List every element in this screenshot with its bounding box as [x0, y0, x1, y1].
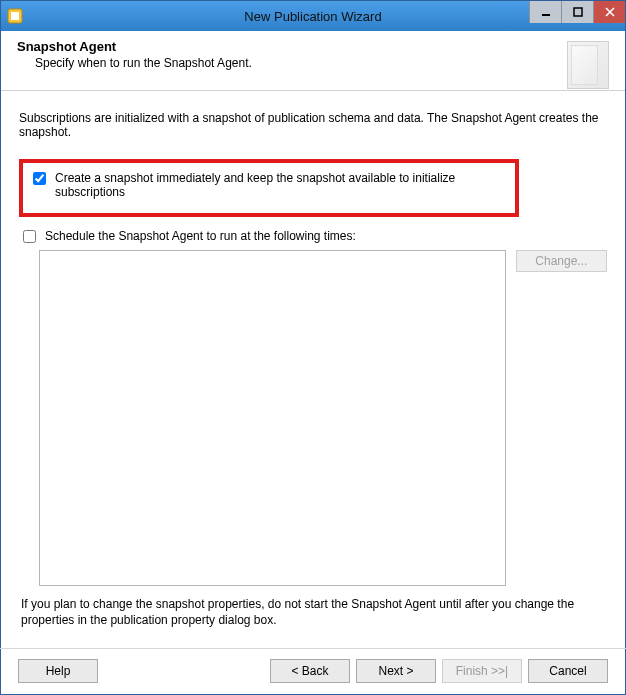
- window-controls: [529, 1, 625, 23]
- schedule-list: [39, 250, 506, 586]
- intro-text: Subscriptions are initialized with a sna…: [19, 111, 607, 139]
- maximize-button[interactable]: [561, 1, 593, 23]
- header-decor-icon: [567, 41, 609, 89]
- page-heading: Snapshot Agent: [17, 39, 252, 54]
- change-button: Change...: [516, 250, 607, 272]
- svg-rect-3: [574, 8, 582, 16]
- help-button[interactable]: Help: [18, 659, 98, 683]
- footnote-text: If you plan to change the snapshot prope…: [21, 596, 605, 628]
- wizard-content: Subscriptions are initialized with a sna…: [1, 91, 625, 628]
- schedule-area: Change...: [19, 250, 607, 586]
- page-subtitle: Specify when to run the Snapshot Agent.: [35, 56, 252, 70]
- svg-rect-1: [11, 12, 19, 20]
- next-button[interactable]: Next >: [356, 659, 436, 683]
- wizard-button-bar: Help < Back Next > Finish >>| Cancel: [0, 648, 626, 683]
- wizard-header: Snapshot Agent Specify when to run the S…: [1, 31, 625, 91]
- schedule-snapshot-row[interactable]: Schedule the Snapshot Agent to run at th…: [19, 229, 607, 246]
- back-button[interactable]: < Back: [270, 659, 350, 683]
- finish-button: Finish >>|: [442, 659, 522, 683]
- create-snapshot-immediately-row[interactable]: Create a snapshot immediately and keep t…: [29, 171, 507, 199]
- close-button[interactable]: [593, 1, 625, 23]
- app-icon: [7, 8, 23, 24]
- schedule-snapshot-checkbox[interactable]: [23, 230, 36, 243]
- titlebar: New Publication Wizard: [1, 1, 625, 31]
- svg-rect-2: [542, 14, 550, 16]
- cancel-button[interactable]: Cancel: [528, 659, 608, 683]
- create-snapshot-immediately-checkbox[interactable]: [33, 172, 46, 185]
- create-snapshot-immediately-label: Create a snapshot immediately and keep t…: [55, 171, 507, 199]
- schedule-snapshot-label: Schedule the Snapshot Agent to run at th…: [45, 229, 356, 243]
- minimize-button[interactable]: [529, 1, 561, 23]
- highlighted-option: Create a snapshot immediately and keep t…: [19, 159, 519, 217]
